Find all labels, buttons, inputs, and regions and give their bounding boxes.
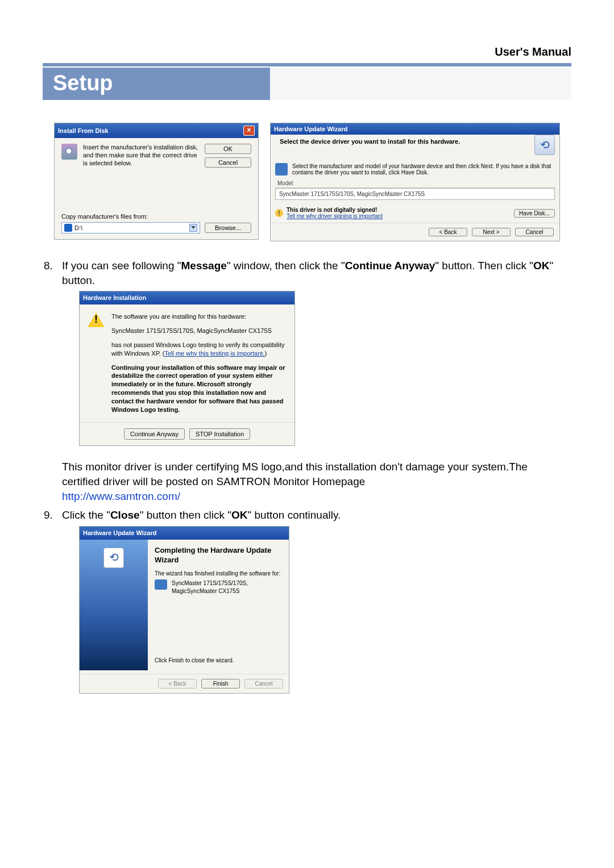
install-dialog-title: Install From Disk [58, 127, 109, 134]
cancel-button: Cancel [244, 679, 283, 689]
step-9: Click the "Close" button then click "OK"… [60, 508, 571, 694]
why-signing-link[interactable]: Tell me why driver signing is important [287, 213, 383, 219]
hwinst-bold-warning: Continuing your installation of this sof… [111, 364, 287, 414]
wizard-title: Hardware Update Wizard [274, 126, 348, 132]
why-testing-link[interactable]: Tell me why this testing is important. [164, 350, 264, 357]
chevron-down-icon[interactable] [189, 224, 197, 232]
drive-select[interactable]: D:\ [61, 222, 200, 233]
install-dialog-titlebar: Install From Disk × [55, 123, 258, 138]
hwinst-device: SyncMaster 171S/175S/170S, MagicSyncMast… [111, 327, 287, 335]
continue-anyway-button[interactable]: Continue Anyway [124, 428, 185, 440]
next-button[interactable]: Next > [472, 228, 511, 236]
stop-installation-button[interactable]: STOP Installation [189, 428, 250, 440]
step-8: If you can see following "Message" windo… [60, 258, 571, 503]
back-button[interactable]: < Back [429, 228, 467, 236]
have-disk-button[interactable]: Have Disk... [514, 209, 555, 218]
cert-body-text: This monitor driver is under certifying … [62, 461, 528, 487]
drive-value: D:\ [74, 224, 82, 231]
install-instruction: Insert the manufacturer's installation d… [83, 144, 199, 167]
copy-from-label: Copy manufacturer's files from: [61, 213, 251, 220]
model-item[interactable]: SyncMaster 171S/175S/170S, MagicSyncMast… [279, 191, 425, 197]
wizard-icon: ⟲ [103, 548, 124, 568]
device-icon [155, 579, 167, 590]
wizard-icon: ⟲ [534, 135, 555, 155]
complete-device: SyncMaster 171S/175S/170S, MagicSyncMast… [172, 579, 282, 595]
section-title: Setup [43, 68, 270, 100]
cancel-button[interactable]: Cancel [205, 157, 251, 168]
warning-icon: ! [275, 209, 283, 217]
cancel-button[interactable]: Cancel [515, 228, 554, 236]
wizard-heading: Select the device driver you want to ins… [275, 135, 530, 145]
browse-button[interactable]: Browse... [205, 223, 251, 233]
complete-heading: Completing the Hardware Update Wizard [155, 545, 282, 565]
section-banner: Setup [43, 68, 571, 100]
ok-button[interactable]: OK [205, 144, 251, 154]
wizard-instruction: Select the manufacturer and model of you… [292, 163, 555, 176]
drive-icon [64, 224, 72, 232]
wizard-titlebar: Hardware Update Wizard [271, 123, 559, 135]
header-divider [43, 63, 571, 66]
disk-icon [61, 144, 77, 160]
install-from-disk-dialog: Install From Disk × Insert the manufactu… [54, 123, 259, 240]
hwinst-titlebar: Hardware Installation [80, 291, 294, 304]
back-button: < Back [158, 679, 197, 689]
complete-title: Hardware Update Wizard [83, 529, 157, 537]
warning-triangle-icon: ! [88, 312, 105, 327]
not-signed-text: This driver is not digitally signed! [287, 207, 511, 213]
device-icon [275, 163, 288, 176]
click-finish-text: Click Finish to close the wizard. [155, 657, 282, 665]
model-column-header: Model [275, 179, 555, 188]
complete-titlebar: Hardware Update Wizard [80, 527, 289, 540]
completing-wizard-dialog: Hardware Update Wizard ⟲ Completing the … [79, 526, 289, 694]
model-list[interactable]: SyncMaster 171S/175S/170S, MagicSyncMast… [275, 188, 555, 200]
samtron-url[interactable]: http://www.samtron.com/ [62, 490, 180, 502]
hwinst-title: Hardware Installation [83, 294, 146, 302]
hardware-update-wizard-dialog: Hardware Update Wizard Select the device… [270, 123, 560, 241]
close-icon[interactable]: × [243, 126, 255, 136]
complete-finished-for: The wizard has finished installing the s… [155, 570, 282, 578]
finish-button[interactable]: Finish [201, 679, 240, 689]
hardware-installation-dialog: Hardware Installation ! The software you… [79, 291, 295, 446]
manual-title: User's Manual [43, 45, 571, 59]
hwinst-line1: The software you are installing for this… [111, 312, 287, 321]
hwinst-logo-test: has not passed Windows Logo testing to v… [111, 341, 287, 358]
